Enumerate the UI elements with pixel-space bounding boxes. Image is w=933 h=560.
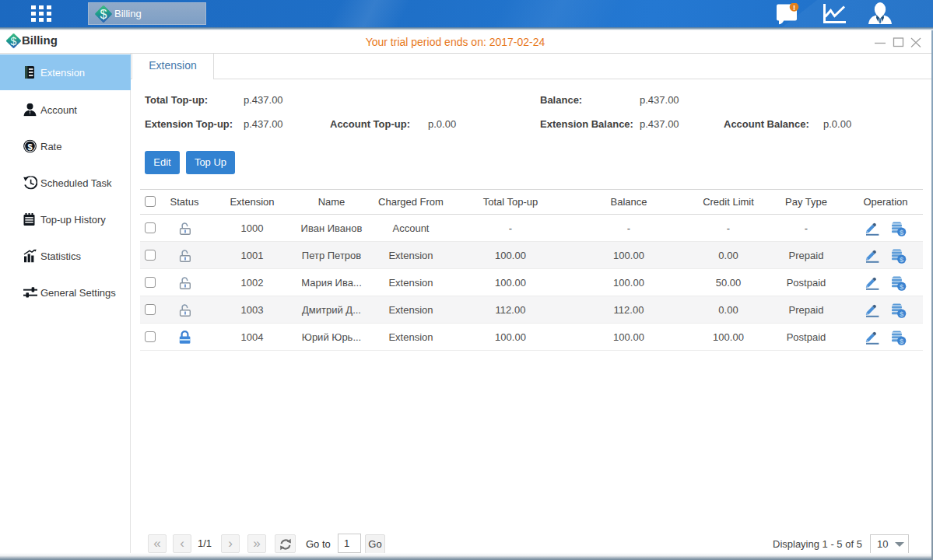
- svg-text:$: $: [11, 35, 17, 47]
- svg-text:$: $: [900, 228, 904, 236]
- svg-text:$: $: [900, 310, 904, 318]
- svg-text:$: $: [100, 8, 107, 21]
- svg-text:$: $: [900, 282, 904, 291]
- svg-text:$: $: [900, 255, 904, 264]
- svg-text:!: !: [793, 3, 795, 12]
- svg-text:$: $: [27, 142, 32, 151]
- svg-text:$: $: [900, 337, 904, 345]
